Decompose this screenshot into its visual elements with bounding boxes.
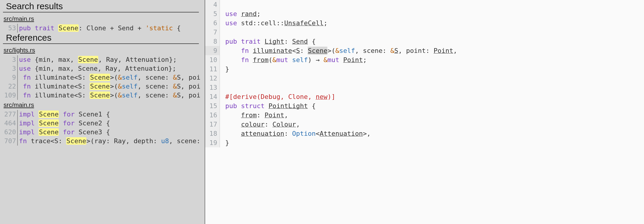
- code-line[interactable]: 19}: [205, 138, 644, 147]
- result-code: impl Scene for Scene1 {: [19, 110, 110, 119]
- search-result[interactable]: 464impl Scene for Scene2 {: [0, 119, 205, 128]
- result-code: fn illuminate<S: Scene>(&self, scene: &S…: [19, 82, 200, 91]
- code-editor[interactable]: 45use rand;6use std::cell::UnsafeCell;78…: [205, 0, 644, 224]
- gutter-line-number: 12: [205, 74, 220, 83]
- gutter-line-number: 13: [205, 83, 220, 92]
- code-text: fn illuminate<S: Scene>(&self, scene: &S…: [220, 46, 457, 55]
- gutter-line-number: 8: [205, 37, 220, 46]
- code-line[interactable]: 4: [205, 0, 644, 9]
- result-bar: [17, 128, 18, 137]
- gutter-line-number: 5: [205, 9, 220, 18]
- editor-split: Search results src/main.rs53pub trait Sc…: [0, 0, 644, 224]
- file-path[interactable]: src/main.rs: [0, 100, 205, 110]
- code-line[interactable]: 11}: [205, 64, 644, 74]
- code-line[interactable]: 16 from: Point,: [205, 111, 644, 120]
- gutter-line-number: 18: [205, 129, 220, 138]
- result-code: pub trait Scene: Clone + Send + 'static …: [19, 24, 181, 33]
- result-code: fn trace<S: Scene>(ray: Ray, depth: u8, …: [19, 137, 200, 146]
- gutter-line-number: 14: [205, 92, 220, 101]
- code-line[interactable]: 17 colour: Colour,: [205, 120, 644, 129]
- line-number: 109: [0, 91, 17, 100]
- line-number: 707: [0, 137, 17, 146]
- code-text: fn from(&mut self) → &mut Point;: [220, 55, 367, 64]
- result-bar: [17, 55, 18, 64]
- search-result[interactable]: 109 fn illuminate<S: Scene>(&self, scene…: [0, 91, 205, 100]
- code-line[interactable]: 7: [205, 28, 644, 37]
- search-result[interactable]: 620impl Scene for Scene3 {: [0, 128, 205, 137]
- file-path[interactable]: src/main.rs: [0, 14, 205, 24]
- result-bar: [17, 82, 18, 91]
- code-line[interactable]: 6use std::cell::UnsafeCell;: [205, 18, 644, 28]
- result-bar: [17, 24, 18, 33]
- code-line[interactable]: 13: [205, 83, 644, 92]
- code-line[interactable]: 5use rand;: [205, 9, 644, 18]
- gutter-line-number: 15: [205, 101, 220, 111]
- result-code: fn illuminate<S: Scene>(&self, scene: &S…: [19, 73, 200, 82]
- gutter-line-number: 11: [205, 64, 220, 74]
- result-bar: [17, 119, 18, 128]
- line-number: 464: [0, 119, 17, 128]
- result-bar: [17, 137, 18, 146]
- line-number: 3: [0, 64, 17, 73]
- file-path[interactable]: src/lights.rs: [0, 45, 205, 55]
- code-line[interactable]: 14#[derive(Debug, Clone, new)]: [205, 92, 644, 101]
- result-bar: [17, 110, 18, 119]
- search-results-header: Search results: [3, 1, 199, 12]
- code-line[interactable]: 9 fn illuminate<S: Scene>(&self, scene: …: [205, 46, 644, 55]
- code-text: #[derive(Debug, Clone, new)]: [220, 92, 335, 101]
- gutter-line-number: 19: [205, 138, 220, 147]
- gutter-line-number: 17: [205, 120, 220, 129]
- references-header: References: [3, 33, 199, 44]
- gutter-line-number: 9: [205, 46, 220, 55]
- line-number: 9: [0, 73, 17, 82]
- code-text: pub trait Light: Send {: [220, 37, 316, 46]
- gutter-line-number: 6: [205, 18, 220, 28]
- line-number: 620: [0, 128, 17, 137]
- line-number: 3: [0, 55, 17, 64]
- code-text: pub struct PointLight {: [220, 101, 316, 111]
- result-bar: [17, 64, 18, 73]
- result-bar: [17, 91, 18, 100]
- gutter-line-number: 16: [205, 111, 220, 120]
- line-number: 53: [0, 24, 17, 33]
- result-code: impl Scene for Scene3 {: [19, 128, 110, 137]
- code-line[interactable]: 15pub struct PointLight {: [205, 101, 644, 111]
- gutter-line-number: 4: [205, 0, 220, 9]
- code-text: }: [220, 64, 229, 74]
- line-number: 277: [0, 110, 17, 119]
- search-result[interactable]: 3use {min, max, Scene, Ray, Attenuation}…: [0, 64, 205, 73]
- line-number: 22: [0, 82, 17, 91]
- search-result[interactable]: 22 fn illuminate<S: Scene>(&self, scene:…: [0, 82, 205, 91]
- search-panel[interactable]: Search results src/main.rs53pub trait Sc…: [0, 0, 205, 224]
- code-line[interactable]: 12: [205, 74, 644, 83]
- code-text: attenuation: Option<Attenuation>,: [220, 129, 371, 138]
- gutter-line-number: 10: [205, 55, 220, 64]
- result-bar: [17, 73, 18, 82]
- search-result[interactable]: 53pub trait Scene: Clone + Send + 'stati…: [0, 24, 205, 33]
- code-text: from: Point,: [220, 111, 288, 120]
- search-result[interactable]: 277impl Scene for Scene1 {: [0, 110, 205, 119]
- code-text: use rand;: [220, 9, 261, 18]
- search-result[interactable]: 9 fn illuminate<S: Scene>(&self, scene: …: [0, 73, 205, 82]
- search-result[interactable]: 3use {min, max, Scene, Ray, Attenuation}…: [0, 55, 205, 64]
- gutter-line-number: 7: [205, 28, 220, 37]
- code-text: }: [220, 138, 229, 147]
- result-code: impl Scene for Scene2 {: [19, 119, 110, 128]
- result-code: fn illuminate<S: Scene>(&self, scene: &S…: [19, 91, 200, 100]
- code-line[interactable]: 10 fn from(&mut self) → &mut Point;: [205, 55, 644, 64]
- code-text: use std::cell::UnsafeCell;: [220, 18, 327, 28]
- code-text: colour: Colour,: [220, 120, 300, 129]
- result-code: use {min, max, Scene, Ray, Attenuation};: [19, 64, 176, 73]
- result-code: use {min, max, Scene, Ray, Attenuation};: [19, 55, 177, 64]
- code-line[interactable]: 8pub trait Light: Send {: [205, 37, 644, 46]
- search-result[interactable]: 707fn trace<S: Scene>(ray: Ray, depth: u…: [0, 137, 205, 146]
- code-line[interactable]: 18 attenuation: Option<Attenuation>,: [205, 129, 644, 138]
